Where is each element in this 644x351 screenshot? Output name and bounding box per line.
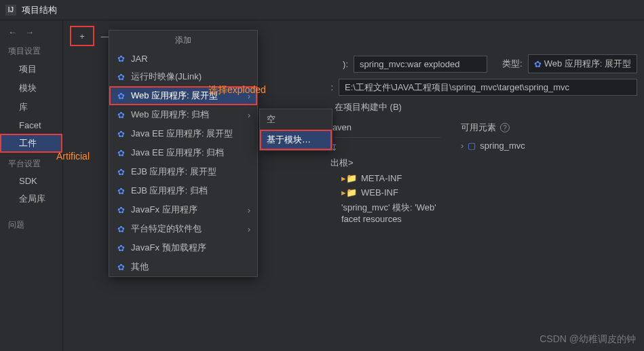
available-element-label: spring_mvc: [480, 141, 525, 151]
tree-toolbar-row: ↧: [328, 141, 447, 155]
sidebar-item-modules[interactable]: 模块: [0, 79, 62, 98]
outdir-label-suffix: :: [326, 82, 333, 92]
annotation-select-exploded: 选择exploded: [208, 84, 266, 96]
dropdown-item-7[interactable]: ✿EJB 应用程序: 归档: [109, 181, 257, 200]
web-inf-label: WEB-INF: [361, 187, 398, 198]
add-artifact-highlight-box: +: [70, 26, 94, 46]
tree-maven-row[interactable]: laven: [328, 120, 447, 134]
dropdown-item-label: 运行时映像(JLink): [131, 71, 202, 83]
dropdown-item-label: 平台特定的软件包: [131, 223, 202, 235]
sidebar-item-facet[interactable]: Facet: [0, 117, 62, 134]
artifact-type-icon: ✿: [116, 205, 126, 215]
main-container: ← → 项目设置 项目 模块 库 Facet 工件 平台设置 SDK 全局库 问…: [0, 20, 644, 351]
tree-facet-resources[interactable]: 'spring_mvc' 模块: 'Web' facet resources: [328, 200, 447, 226]
forward-arrow-icon[interactable]: →: [25, 27, 34, 37]
watermark: CSDN @幼稚调皮的钟: [539, 333, 636, 346]
name-label-suffix: ):: [321, 59, 348, 69]
output-root-label: 出根>: [330, 157, 354, 169]
artifact-type-icon: ✿: [116, 72, 126, 82]
output-directory-input[interactable]: [339, 79, 637, 96]
help-icon[interactable]: ?: [500, 123, 510, 132]
include-in-build-label: 在项目构建中 (B): [335, 102, 402, 112]
tree-web-inf[interactable]: ▸📁 WEB-INF: [328, 185, 447, 200]
artifact-type-icon: ✿: [116, 167, 126, 177]
artifact-type-icon: ✿: [116, 129, 126, 139]
dropdown-item-9[interactable]: ✿平台特定的软件包›: [109, 219, 257, 238]
chevron-right-icon: ›: [461, 141, 463, 151]
window-title: 项目结构: [22, 4, 57, 16]
folder-icon: ▸📁: [341, 173, 357, 183]
sidebar-item-artifacts[interactable]: 工件: [0, 134, 62, 153]
artifact-source-submenu: 空基于模块…: [259, 109, 333, 151]
type-label: 类型:: [502, 58, 523, 70]
dropdown-item-5[interactable]: ✿Java EE 应用程序: 归档: [109, 143, 257, 162]
dropdown-item-label: JavaFx 预加载程序: [131, 242, 206, 254]
dropdown-item-label: 其他: [131, 261, 149, 273]
available-element-item[interactable]: › ▢ spring_mvc: [461, 138, 637, 153]
dropdown-item-3[interactable]: ✿Web 应用程序: 归档›: [109, 105, 257, 124]
sidebar: ← → 项目设置 项目 模块 库 Facet 工件 平台设置 SDK 全局库 问…: [0, 20, 63, 351]
sidebar-item-global-libs[interactable]: 全局库: [0, 189, 62, 208]
sidebar-item-sdk[interactable]: SDK: [0, 172, 62, 189]
artifact-type-icon: ✿: [116, 54, 126, 64]
dropdown-item-label: EJB 应用程序: 归档: [131, 185, 208, 197]
dropdown-item-8[interactable]: ✿JavaFx 应用程序›: [109, 200, 257, 219]
tree-meta-inf[interactable]: ▸📁 META-INF: [328, 171, 447, 185]
tree-maven-label: laven: [330, 122, 352, 132]
web-icon: ✿: [534, 59, 542, 69]
submenu-item-1[interactable]: 基于模块…: [260, 130, 332, 150]
add-artifact-dropdown: 添加 ✿JAR✿运行时映像(JLink)✿Web 应用程序: 展开型›✿Web …: [109, 30, 258, 277]
facet-resources-label: 'spring_mvc' 模块: 'Web' facet resources: [341, 202, 444, 224]
dropdown-item-6[interactable]: ✿EJB 应用程序: 展开型: [109, 162, 257, 181]
folder-icon: ▸📁: [341, 187, 357, 198]
sidebar-section-platform: 平台设置: [0, 153, 62, 172]
dropdown-item-4[interactable]: ✿Java EE 应用程序: 展开型: [109, 124, 257, 143]
annotation-artificial: Artificial: [56, 151, 90, 162]
dropdown-item-0[interactable]: ✿JAR: [109, 50, 257, 67]
dropdown-item-label: Web 应用程序: 归档: [131, 109, 209, 121]
module-icon: ▢: [468, 141, 476, 151]
submenu-item-0[interactable]: 空: [260, 109, 332, 130]
artifact-type-icon: ✿: [116, 148, 126, 158]
dropdown-item-1[interactable]: ✿运行时映像(JLink): [109, 67, 257, 86]
sidebar-item-libraries[interactable]: 库: [0, 98, 62, 117]
dropdown-item-label: JAR: [131, 54, 148, 64]
sidebar-section-project: 项目设置: [0, 40, 62, 60]
artifact-type-icon: ✿: [116, 243, 126, 253]
artifact-type-icon: ✿: [116, 186, 126, 196]
artifact-type-value: Web 应用程序: 展开型: [544, 58, 631, 70]
available-elements-header: 可用元素: [461, 122, 496, 134]
tree-output-root[interactable]: 出根>: [328, 155, 447, 171]
dropdown-item-label: Java EE 应用程序: 展开型: [131, 128, 233, 140]
dropdown-item-label: Java EE 应用程序: 归档: [131, 147, 224, 159]
chevron-right-icon: ›: [248, 224, 250, 234]
title-bar: IJ 项目结构: [0, 0, 644, 20]
dropdown-item-label: EJB 应用程序: 展开型: [131, 166, 216, 178]
artifact-type-icon: ✿: [116, 110, 126, 120]
back-arrow-icon[interactable]: ←: [8, 27, 17, 37]
sidebar-section-problems: 问题: [0, 208, 62, 234]
sidebar-item-project[interactable]: 项目: [0, 60, 62, 79]
add-artifact-button[interactable]: +: [75, 29, 89, 43]
meta-inf-label: META-INF: [361, 173, 402, 183]
artifact-type-icon: ✿: [116, 91, 126, 101]
app-logo-icon: IJ: [5, 5, 16, 16]
chevron-right-icon: ›: [248, 205, 250, 215]
dropdown-item-label: Web 应用程序: 展开型: [131, 90, 218, 102]
artifact-type-icon: ✿: [116, 262, 126, 272]
artifact-type-select[interactable]: ✿ Web 应用程序: 展开型: [528, 54, 637, 73]
dropdown-item-11[interactable]: ✿其他: [109, 257, 257, 276]
dropdown-title: 添加: [109, 31, 257, 50]
available-elements-panel: 可用元素 ? › ▢ spring_mvc: [461, 120, 637, 226]
dropdown-item-label: JavaFx 应用程序: [131, 204, 197, 216]
chevron-right-icon: ›: [248, 110, 250, 120]
artifact-name-input[interactable]: [354, 56, 487, 73]
artifact-type-icon: ✿: [116, 224, 126, 234]
dropdown-item-10[interactable]: ✿JavaFx 预加载程序: [109, 238, 257, 257]
